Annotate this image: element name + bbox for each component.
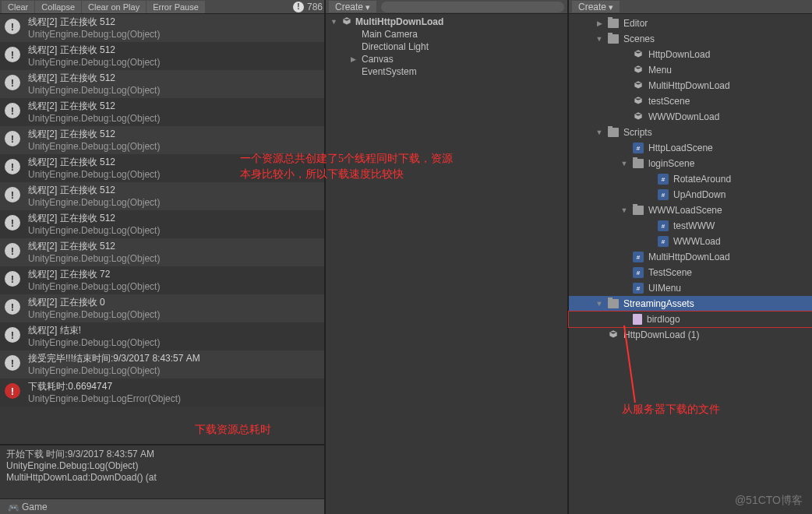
hierarchy-toolbar: Create ▾	[326, 0, 567, 14]
item-label: testScene	[648, 96, 690, 107]
log-text: 线程[2] 结束!UnityEngine.Debug:Log(Object)	[28, 324, 160, 349]
foldout-icon[interactable]: ▶	[595, 19, 603, 27]
item-label: HttpDownLoad (1)	[623, 329, 699, 340]
create-button[interactable]: Create ▾	[572, 1, 620, 12]
foldout-icon[interactable]: ▼	[595, 300, 603, 308]
project-item[interactable]: WWWDownLoad	[569, 109, 812, 125]
csharp-icon: #	[633, 252, 644, 262]
log-text: 线程[2] 正在接收 512UnityEngine.Debug:Log(Obje…	[28, 44, 160, 69]
csharp-icon: #	[658, 189, 669, 200]
message-count[interactable]: ! 786	[293, 2, 323, 12]
project-item[interactable]: #WWWLoad	[569, 234, 812, 249]
unity-icon	[633, 80, 644, 91]
foldout-icon[interactable]: ▶	[351, 55, 358, 63]
item-label: HttpLoadScene	[648, 143, 713, 153]
folder-icon	[608, 19, 619, 28]
log-entry[interactable]: ! 线程[2] 正在接收 512UnityEngine.Debug:Log(Ob…	[0, 42, 324, 70]
info-icon: !	[5, 327, 20, 343]
project-item[interactable]: Menu	[569, 62, 812, 78]
item-label: Main Camera	[362, 29, 418, 40]
foldout-icon[interactable]: ▼	[595, 128, 603, 136]
log-entry[interactable]: ! 线程[2] 正在接收 0UnityEngine.Debug:Log(Obje…	[0, 294, 324, 322]
collapse-button[interactable]: Collapse	[35, 1, 81, 13]
error-icon: !	[5, 383, 20, 399]
project-toolbar: Create ▾	[569, 0, 812, 14]
log-entry[interactable]: ! 线程[2] 正在接收 72UnityEngine.Debug:Log(Obj…	[0, 266, 324, 294]
log-entry[interactable]: ! 线程[2] 正在接收 512UnityEngine.Debug:Log(Ob…	[0, 98, 324, 126]
clear-on-play-button[interactable]: Clear on Play	[82, 1, 146, 13]
project-item[interactable]: #UpAndDown	[569, 187, 812, 202]
project-item[interactable]: ▼WWWLoadScene	[569, 202, 812, 218]
foldout-icon[interactable]: ▼	[620, 206, 628, 214]
info-icon: !	[5, 103, 20, 118]
message-count-value: 786	[307, 2, 323, 12]
project-item[interactable]: ▶Editor	[569, 16, 812, 31]
project-item[interactable]: #testWWW	[569, 218, 812, 234]
item-label: testWWW	[673, 220, 715, 231]
log-entry[interactable]: ! 接受完毕!!!结束时间:9/3/2017 8:43:57 AMUnityEn…	[0, 350, 324, 378]
log-text: 线程[2] 正在接收 0UnityEngine.Debug:Log(Object…	[28, 296, 160, 321]
log-text: 线程[2] 正在接收 512UnityEngine.Debug:Log(Obje…	[28, 212, 160, 237]
info-icon: !	[5, 19, 20, 34]
hierarchy-item[interactable]: Main Camera	[326, 28, 567, 40]
project-tree: ▶Editor▼ScenesHttpDownLoadMenuMultiHttpD…	[569, 14, 812, 344]
log-entry[interactable]: ! 线程[2] 正在接收 512UnityEngine.Debug:Log(Ob…	[0, 238, 324, 266]
project-item[interactable]: birdlogo	[569, 312, 812, 327]
project-item[interactable]: ▼Scripts	[569, 125, 812, 140]
project-item[interactable]: MultiHttpDownLoad	[569, 78, 812, 93]
unity-icon	[633, 49, 644, 60]
project-item[interactable]: ▼StreamingAssets	[569, 296, 812, 312]
csharp-icon: #	[658, 220, 669, 231]
asset-icon	[633, 314, 642, 325]
console-log-list[interactable]: ! 线程[2] 正在接收 512UnityEngine.Debug:Log(Ob…	[0, 14, 324, 444]
foldout-icon[interactable]: ▼	[330, 18, 338, 26]
hierarchy-search[interactable]	[381, 2, 564, 12]
unity-icon	[633, 96, 644, 107]
info-icon: !	[5, 131, 20, 146]
create-button[interactable]: Create ▾	[329, 1, 376, 12]
hierarchy-tree: ▼ MultiHttpDownLoad Main CameraDirection…	[326, 14, 567, 79]
log-entry[interactable]: ! 线程[2] 正在接收 512UnityEngine.Debug:Log(Ob…	[0, 182, 324, 210]
hierarchy-panel: Create ▾ ▼ MultiHttpDownLoad Main Camera…	[326, 0, 569, 514]
project-item[interactable]: testScene	[569, 93, 812, 109]
log-entry[interactable]: ! 线程[2] 结束!UnityEngine.Debug:Log(Object)	[0, 322, 324, 350]
watermark: @51CTO博客	[735, 494, 803, 508]
info-icon: !	[5, 271, 20, 287]
annotation: 下载资源总耗时	[195, 422, 271, 438]
project-item[interactable]: HttpDownLoad	[569, 47, 812, 62]
log-entry[interactable]: ! 线程[2] 正在接收 512UnityEngine.Debug:Log(Ob…	[0, 70, 324, 98]
project-item[interactable]: #RotateAround	[569, 171, 812, 187]
clear-button[interactable]: Clear	[2, 1, 34, 13]
project-item[interactable]: #UIMenu	[569, 280, 812, 296]
game-tab[interactable]: 🎮 Game	[0, 498, 324, 514]
info-icon: !	[5, 215, 20, 231]
log-text: 接受完毕!!!结束时间:9/3/2017 8:43:57 AMUnityEngi…	[28, 352, 200, 377]
project-item[interactable]: HttpDownLoad (1)	[569, 327, 812, 343]
hierarchy-item[interactable]: ▶Canvas	[326, 53, 567, 65]
foldout-icon[interactable]: ▼	[595, 35, 603, 43]
log-entry[interactable]: ! 线程[2] 正在接收 512UnityEngine.Debug:Log(Ob…	[0, 126, 324, 154]
project-item[interactable]: #HttpLoadScene	[569, 140, 812, 156]
log-entry[interactable]: ! 线程[2] 正在接收 512UnityEngine.Debug:Log(Ob…	[0, 14, 324, 42]
log-text: 线程[2] 正在接收 512UnityEngine.Debug:Log(Obje…	[28, 100, 160, 125]
log-text: 线程[2] 正在接收 512UnityEngine.Debug:Log(Obje…	[28, 128, 160, 153]
item-label: Menu	[648, 65, 672, 76]
csharp-icon: #	[658, 174, 669, 185]
log-text: 线程[2] 正在接收 72UnityEngine.Debug:Log(Objec…	[28, 268, 160, 293]
info-icon: !	[5, 243, 20, 259]
item-label: HttpDownLoad	[648, 49, 710, 60]
info-icon: !	[5, 187, 20, 202]
hierarchy-item[interactable]: EventSystem	[326, 65, 567, 78]
log-entry[interactable]: ! 下载耗时:0.6694747UnityEngine.Debug:LogErr…	[0, 378, 324, 407]
project-item[interactable]: ▼Scenes	[569, 31, 812, 47]
project-item[interactable]: ▼loginScene	[569, 156, 812, 171]
hierarchy-item[interactable]: Directional Light	[326, 40, 567, 53]
scene-row[interactable]: ▼ MultiHttpDownLoad	[326, 16, 567, 28]
log-entry[interactable]: ! 线程[2] 正在接收 512UnityEngine.Debug:Log(Ob…	[0, 210, 324, 238]
project-item[interactable]: #MultiHttpDownLoad	[569, 249, 812, 265]
log-text: 线程[2] 正在接收 512UnityEngine.Debug:Log(Obje…	[28, 156, 160, 181]
error-pause-button[interactable]: Error Pause	[147, 1, 205, 13]
project-item[interactable]: #TestScene	[569, 265, 812, 280]
item-label: StreamingAssets	[623, 298, 694, 309]
foldout-icon[interactable]: ▼	[620, 160, 628, 167]
